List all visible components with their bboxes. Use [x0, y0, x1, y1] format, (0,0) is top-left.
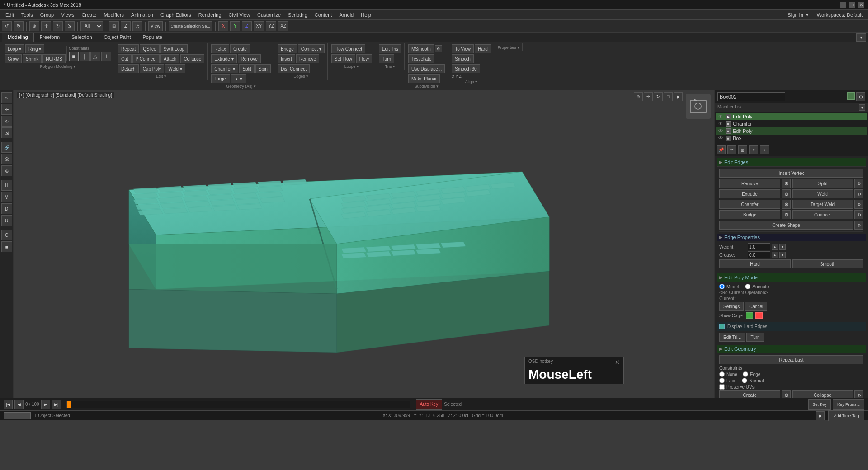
rotate-button[interactable]: ↻: [53, 21, 63, 31]
lp-motion-btn[interactable]: M: [1, 192, 12, 202]
chamfer-btn[interactable]: Chamfer ▾: [211, 64, 238, 73]
collapse-geo-settings-btn[interactable]: ⚙: [854, 390, 863, 398]
mod-vis-1[interactable]: 👁: [718, 114, 724, 119]
dist-connect-btn[interactable]: Dist Connect: [278, 64, 310, 73]
axis-y-button[interactable]: Y: [230, 21, 240, 31]
repeat-button[interactable]: Repeat: [118, 44, 139, 53]
weld-btn-rp[interactable]: Weld: [792, 189, 853, 198]
edit-tris-btn[interactable]: Edit Tris: [379, 44, 401, 53]
extrude-settings-btn[interactable]: ⚙: [782, 189, 791, 198]
bridge-btn-rp[interactable]: Bridge: [719, 210, 780, 219]
select-button[interactable]: ⊕: [29, 21, 39, 31]
vp-pan-btn[interactable]: ✛: [644, 92, 653, 101]
bridge-edges-btn[interactable]: Bridge: [278, 44, 297, 53]
lp-rotate-btn[interactable]: ↻: [1, 116, 12, 127]
p-connect-button[interactable]: P Connect: [132, 54, 160, 63]
modifier-chamfer[interactable]: 👁 ■ Chamfer: [716, 120, 867, 127]
target-weld-btn-rp[interactable]: Target Weld: [792, 200, 853, 209]
mod-delete-btn[interactable]: 🗑: [738, 145, 747, 154]
mod-pin-btn[interactable]: 📌: [717, 145, 726, 154]
show-cage-color1[interactable]: [746, 312, 753, 319]
lp-util-btn[interactable]: U: [1, 215, 12, 226]
tab-populate[interactable]: Populate: [137, 33, 168, 42]
create-btn[interactable]: Create: [230, 44, 250, 53]
attach-button[interactable]: Attach: [160, 54, 179, 63]
crease-down-btn[interactable]: ▼: [779, 252, 786, 258]
timeline-cursor[interactable]: [67, 401, 71, 408]
target-weld-settings-btn[interactable]: ⚙: [854, 200, 863, 209]
angle-snap-button[interactable]: ∠: [121, 21, 131, 31]
mod-down-btn[interactable]: ↓: [760, 145, 769, 154]
mod-vis-2[interactable]: 👁: [718, 121, 724, 127]
constraint-normal-btn[interactable]: ⊥: [101, 52, 111, 61]
move-button[interactable]: ✛: [41, 21, 51, 31]
create-shape-settings-btn[interactable]: ⚙: [854, 221, 863, 230]
add-time-tag-btn[interactable]: Add Time Tag: [828, 410, 864, 421]
grow-button[interactable]: Grow: [5, 54, 22, 63]
crease-up-btn[interactable]: ▲: [772, 252, 778, 258]
modifier-dropdown-btn[interactable]: ▾: [859, 104, 865, 111]
menu-tools[interactable]: Tools: [18, 11, 37, 19]
lp-display-btn[interactable]: D: [1, 203, 12, 214]
constraint-edge-btn[interactable]: ∥: [80, 52, 90, 61]
timeline-prev-btn[interactable]: |◀: [4, 400, 13, 409]
model-radio[interactable]: [719, 284, 725, 289]
menu-help[interactable]: Help: [357, 11, 375, 19]
extrude-btn-rp[interactable]: Extrude: [719, 189, 780, 198]
arrow-up-dn-btn[interactable]: ▲▼: [231, 74, 246, 83]
make-planar-sub-btn[interactable]: Make Planar: [408, 74, 440, 83]
create-selection-button[interactable]: Create Selection Se...: [169, 21, 213, 31]
use-displace-btn[interactable]: Use Displace...: [408, 64, 445, 73]
modifier-edit-poly-1[interactable]: 👁 ▶ Edit Poly: [716, 113, 867, 120]
lp-unlink-btn[interactable]: ⛓: [1, 154, 12, 164]
menu-scripting[interactable]: Scripting: [284, 11, 311, 19]
create-geo-btn[interactable]: Create: [719, 390, 780, 398]
hard-align-btn[interactable]: Hard: [475, 44, 491, 53]
menu-graph-editors[interactable]: Graph Editors: [157, 11, 195, 19]
flow-label-btn[interactable]: Flow: [356, 54, 372, 63]
edge-radio[interactable]: [743, 371, 748, 377]
tessellate-sub-btn[interactable]: Tessellate: [408, 54, 434, 63]
shrink-button[interactable]: Shrink: [23, 54, 42, 63]
split-btn-rp[interactable]: Split: [792, 179, 853, 188]
loop-button[interactable]: Loop ▾: [5, 44, 24, 53]
menu-arnold[interactable]: Arnold: [335, 11, 357, 19]
crease-input[interactable]: [748, 251, 770, 258]
msmooth-settings-btn[interactable]: ⚙: [435, 45, 442, 52]
menu-content[interactable]: Content: [311, 11, 336, 19]
obj-color-btn[interactable]: [847, 92, 855, 100]
insert-edges-btn[interactable]: Insert: [278, 54, 295, 63]
to-view-btn[interactable]: To View: [452, 44, 474, 53]
tab-selection[interactable]: Selection: [66, 33, 98, 42]
axis-yz-button[interactable]: YZ: [266, 21, 276, 31]
percent-snap-button[interactable]: %: [132, 21, 142, 31]
mod-edit-btn[interactable]: ✏: [727, 145, 736, 154]
vp-render-btn[interactable]: ▶: [674, 92, 683, 101]
edge-properties-title[interactable]: ▶ Edge Properties: [717, 234, 866, 241]
smooth-btn-rp[interactable]: Smooth: [792, 259, 863, 268]
none-radio[interactable]: [719, 371, 725, 377]
axis-xz-button[interactable]: XZ: [278, 21, 288, 31]
maximize-button[interactable]: □: [849, 2, 855, 8]
create-geo-settings-btn[interactable]: ⚙: [782, 390, 791, 398]
connect-settings-btn[interactable]: ⚙: [854, 210, 863, 219]
bridge-settings-btn[interactable]: ⚙: [782, 210, 791, 219]
autokey-btn[interactable]: Auto Key: [416, 399, 443, 410]
cap-poly-button[interactable]: Cap Poly: [140, 64, 165, 73]
constraint-none-btn[interactable]: ■: [69, 52, 79, 61]
constraint-face-btn[interactable]: △: [90, 52, 100, 61]
turn-btn-rp[interactable]: Turn: [746, 333, 764, 342]
smooth-align-btn[interactable]: Smooth: [452, 54, 473, 63]
show-cage-color2[interactable]: [755, 312, 763, 319]
filter-select[interactable]: All: [80, 21, 103, 31]
preserve-uvs-check[interactable]: [719, 384, 725, 390]
timeline-back-btn[interactable]: ◀: [14, 400, 24, 409]
weight-down-btn[interactable]: ▼: [779, 244, 786, 250]
view-button[interactable]: View: [148, 21, 163, 31]
turn-btn[interactable]: Turn: [379, 54, 394, 63]
remove-btn[interactable]: Remove: [238, 54, 261, 63]
lp-modify-btn[interactable]: ■: [1, 241, 12, 252]
object-name-input[interactable]: [717, 92, 785, 101]
modifier-box[interactable]: 👁 ■ Box: [716, 135, 867, 142]
remove-btn-rp[interactable]: Remove: [719, 179, 780, 188]
